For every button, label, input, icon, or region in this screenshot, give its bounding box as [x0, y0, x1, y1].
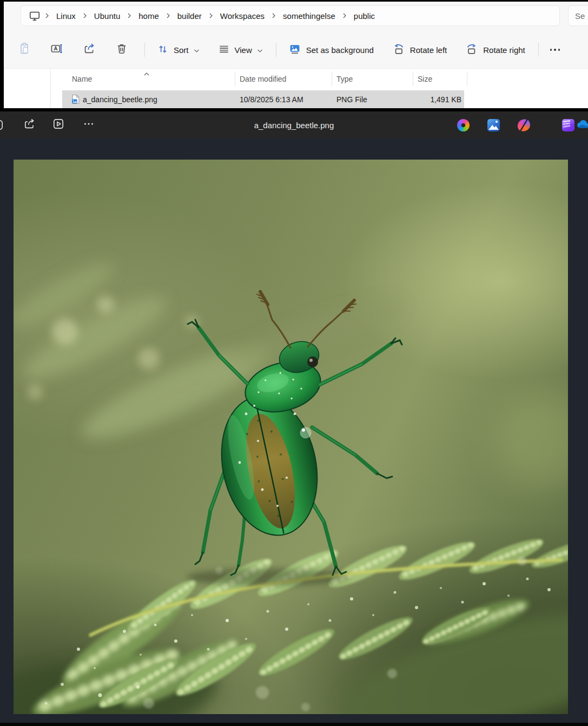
delete-icon: [115, 42, 128, 57]
view-button[interactable]: View: [213, 39, 268, 61]
share-button[interactable]: [80, 39, 99, 61]
image-file-icon: [70, 94, 81, 106]
breadcrumb-item[interactable]: Workspaces: [214, 11, 270, 21]
photos-app-icon[interactable]: [487, 119, 500, 131]
sort-label: Sort: [174, 45, 189, 55]
chevron-right-icon: [127, 12, 132, 19]
window-bottom-edge: [0, 723, 588, 726]
photos-toolbar: a_dancing_beetle.png: [0, 111, 588, 138]
chevron-right-icon: [342, 12, 347, 19]
column-header-name[interactable]: Name: [72, 69, 92, 89]
rotate-right-icon: [465, 43, 478, 57]
column-header-size[interactable]: Size: [418, 69, 432, 89]
explorer-toolbar: Sort View Set as background: [4, 31, 588, 69]
toolbar-divider: [144, 43, 145, 57]
file-size: 1,491 KB: [413, 90, 461, 108]
column-header-type[interactable]: Type: [336, 69, 353, 89]
view-icon: [218, 43, 230, 57]
rename-icon: [50, 42, 63, 57]
chevron-right-icon: [82, 12, 88, 19]
more-icon: [550, 49, 560, 51]
rename-button[interactable]: [47, 39, 67, 61]
screen: Linux Ubuntu home builder Workspaces som…: [0, 0, 588, 726]
set-background-button[interactable]: Set as background: [283, 39, 379, 61]
toolbar-divider: [276, 43, 276, 57]
beetle-photo-illustration: [14, 160, 568, 714]
sort-ascending-icon: [143, 69, 150, 78]
address-bar[interactable]: Linux Ubuntu home builder Workspaces som…: [21, 5, 560, 26]
chevron-right-icon: [208, 12, 214, 19]
copilot-icon[interactable]: [457, 119, 470, 131]
rotate-left-label: Rotate left: [410, 45, 447, 55]
set-background-icon: [288, 43, 301, 57]
breadcrumb-item[interactable]: Ubuntu: [88, 11, 126, 21]
slideshow-button[interactable]: [52, 118, 65, 131]
file-date: 10/8/2025 6:13 AM: [240, 90, 303, 108]
file-name: a_dancing_beetle.png: [83, 90, 157, 108]
sort-button[interactable]: Sort: [151, 39, 205, 61]
chevron-down-icon: [257, 45, 263, 55]
column-divider[interactable]: [413, 72, 413, 86]
paste-button[interactable]: [15, 39, 34, 61]
column-divider[interactable]: [332, 72, 332, 86]
rotate-left-button[interactable]: Rotate left: [387, 39, 452, 61]
rotate-right-label: Rotate right: [483, 45, 525, 55]
more-button[interactable]: [82, 118, 95, 131]
address-row: Linux Ubuntu home builder Workspaces som…: [4, 2, 588, 32]
breadcrumb-item[interactable]: home: [133, 11, 165, 21]
chevron-down-icon: [194, 45, 200, 55]
search-input[interactable]: Se: [568, 5, 588, 26]
file-type: PNG File: [336, 90, 367, 108]
more-button[interactable]: [545, 39, 565, 61]
breadcrumb-item[interactable]: builder: [171, 11, 208, 21]
monitor-icon: [29, 10, 41, 22]
rotate-right-button[interactable]: Rotate right: [460, 39, 531, 61]
breadcrumb-item[interactable]: Linux: [50, 11, 82, 21]
photo-canvas[interactable]: [14, 160, 568, 714]
column-header-date[interactable]: Date modified: [240, 69, 286, 89]
share-icon: [23, 117, 36, 133]
sort-icon: [157, 43, 169, 57]
search-text: Se: [575, 11, 585, 21]
clipchamp-icon[interactable]: [562, 119, 574, 131]
photos-app-window: a_dancing_beetle.png: [0, 111, 588, 726]
slideshow-icon: [52, 117, 65, 133]
share-icon: [83, 42, 96, 57]
clipped-edge-icon[interactable]: [0, 118, 4, 131]
file-list: Name Date modified Type Size: [4, 69, 588, 108]
column-divider[interactable]: [235, 72, 235, 86]
file-explorer-window: Linux Ubuntu home builder Workspaces som…: [4, 2, 588, 108]
chevron-right-icon: [271, 12, 276, 19]
rotate-left-icon: [392, 43, 405, 57]
share-button[interactable]: [23, 118, 36, 131]
set-background-label: Set as background: [306, 45, 374, 55]
delete-button[interactable]: [112, 39, 131, 61]
chevron-right-icon: [44, 12, 50, 19]
photo-viewer: [0, 138, 588, 723]
more-icon: [82, 117, 95, 133]
column-header-row: Name Date modified Type Size: [50, 69, 588, 89]
onedrive-icon[interactable]: [576, 119, 588, 131]
paste-icon: [18, 42, 31, 57]
toolbar-divider: [538, 43, 539, 57]
designer-icon[interactable]: [517, 118, 531, 132]
column-divider[interactable]: [467, 72, 467, 86]
breadcrumb-item[interactable]: somethingelse: [277, 11, 341, 21]
table-row[interactable]: a_dancing_beetle.png 10/8/2025 6:13 AM P…: [50, 90, 588, 108]
view-label: View: [235, 45, 252, 55]
chevron-right-icon: [166, 12, 171, 19]
breadcrumb-item[interactable]: public: [348, 11, 381, 21]
